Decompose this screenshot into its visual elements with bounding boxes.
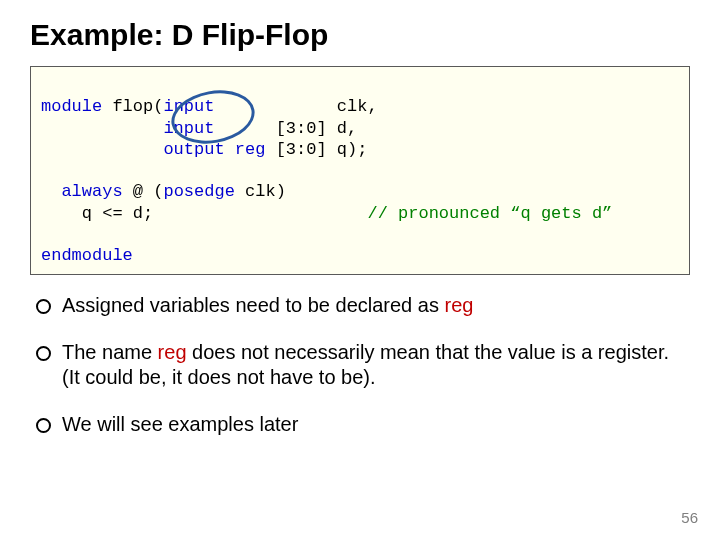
code-text: [41, 119, 163, 138]
reg-keyword: reg: [158, 341, 187, 363]
keyword-output: output: [163, 140, 224, 159]
code-text: [3:0] q);: [265, 140, 367, 159]
bullet-text: The name: [62, 341, 158, 363]
code-block: module flop(input clk, input [3:0] d, ou…: [30, 66, 690, 275]
code-text: [3:0] d,: [214, 119, 357, 138]
keyword-reg: reg: [235, 140, 266, 159]
code-text: @ (: [123, 182, 164, 201]
bullet-item: We will see examples later: [36, 412, 690, 437]
slide-title: Example: D Flip-Flop: [30, 18, 690, 52]
code-text: clk,: [214, 97, 377, 116]
code-text: [41, 140, 163, 159]
code-blank: [41, 161, 51, 180]
bullet-item: Assigned variables need to be declared a…: [36, 293, 690, 318]
bullet-text: Assigned variables need to be declared a…: [62, 294, 444, 316]
code-comment: // pronounced “q gets d”: [367, 204, 612, 223]
bullet-list: Assigned variables need to be declared a…: [30, 293, 690, 437]
keyword-posedge: posedge: [163, 182, 234, 201]
keyword-endmodule: endmodule: [41, 246, 133, 265]
reg-keyword: reg: [444, 294, 473, 316]
keyword-input: input: [163, 97, 214, 116]
bullet-text: We will see examples later: [62, 413, 298, 435]
code-text: [41, 182, 61, 201]
code-text: [225, 140, 235, 159]
code-text: clk): [235, 182, 286, 201]
code-text: q <= d;: [41, 204, 367, 223]
keyword-module: module: [41, 97, 102, 116]
keyword-always: always: [61, 182, 122, 201]
code-blank: [41, 225, 51, 244]
keyword-input: input: [163, 119, 214, 138]
code-text: flop(: [102, 97, 163, 116]
page-number: 56: [681, 509, 698, 526]
bullet-item: The name reg does not necessarily mean t…: [36, 340, 690, 390]
